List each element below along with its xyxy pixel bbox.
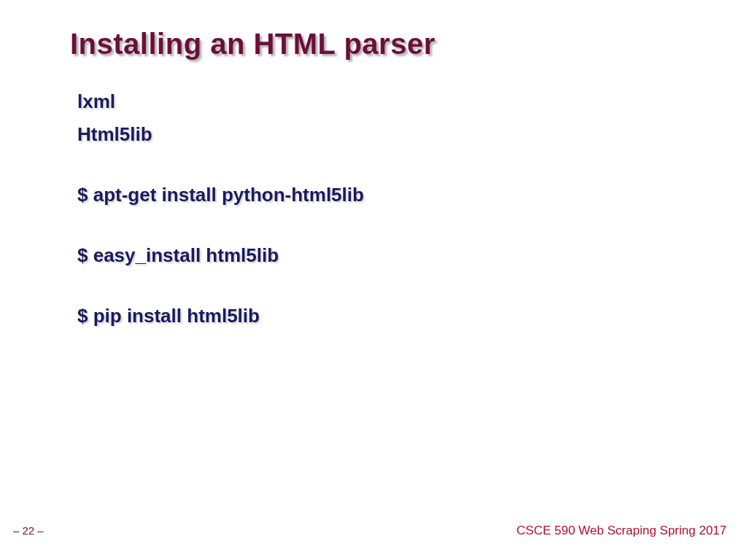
slide-content: lxml Html5lib $ apt-get install python-h… <box>77 88 703 335</box>
page-number: – 22 – <box>13 524 44 537</box>
content-line-lxml: lxml <box>77 88 703 116</box>
content-line-html5lib: Html5lib <box>77 120 703 149</box>
content-line-apt-get: $ apt-get install python-html5lib <box>77 181 703 209</box>
content-line-pip: $ pip install html5lib <box>77 302 703 330</box>
slide-title: Installing an HTML parser <box>70 28 436 61</box>
content-line-easy-install: $ easy_install html5lib <box>77 241 703 270</box>
footer-course-info: CSCE 590 Web Scraping Spring 2017 <box>516 524 727 538</box>
